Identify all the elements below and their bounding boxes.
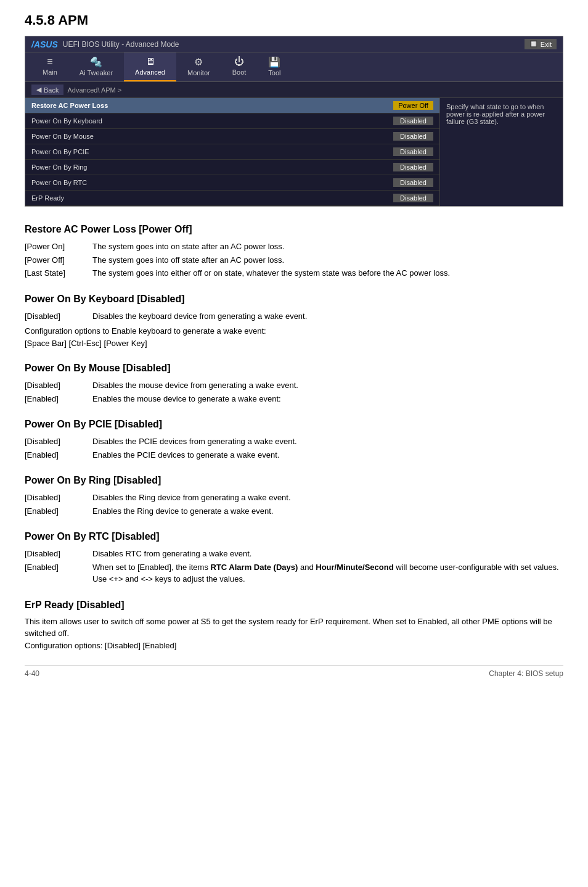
footer-right: Chapter 4: BIOS setup	[489, 669, 563, 678]
table-cell-label: [Enabled]	[25, 392, 92, 406]
bios-row-value[interactable]: Disabled	[393, 117, 433, 125]
table-cell-label: [Disabled]	[25, 310, 92, 323]
nav-boot[interactable]: ⏻ Boot	[221, 52, 258, 81]
table-cell-text: Enables the PCIE devices to generate a w…	[92, 448, 563, 462]
doc-sections: Restore AC Power Loss [Power Off][Power …	[25, 224, 563, 651]
nav-advanced[interactable]: 🖥 Advanced	[124, 52, 176, 81]
bios-row-value[interactable]: Disabled	[393, 178, 433, 187]
table-cell-text: Disables the Ring device from generating…	[92, 491, 563, 505]
bios-row-label: ErP Ready	[31, 194, 393, 202]
bios-header-left: /ASUS UEFI BIOS Utility - Advanced Mode	[31, 39, 179, 49]
doc-extra-erp: This item allows user to switch off some…	[25, 616, 563, 652]
bios-ui: /ASUS UEFI BIOS Utility - Advanced Mode …	[25, 36, 563, 207]
boot-icon: ⏻	[234, 56, 244, 67]
bios-row[interactable]: Power On By MouseDisabled	[25, 129, 439, 144]
table-cell-label: [Power On]	[25, 240, 92, 254]
doc-section-mouse: Power On By Mouse [Disabled][Disabled]Di…	[25, 363, 563, 405]
nav-monitor[interactable]: ⚙ Monitor	[176, 52, 221, 81]
bios-row-value[interactable]: Disabled	[393, 194, 433, 202]
table-row: [Disabled]Disables the Ring device from …	[25, 491, 563, 505]
bios-row[interactable]: Restore AC Power LossPower Off	[25, 98, 439, 113]
table-cell-label: [Disabled]	[25, 491, 92, 505]
table-cell-text: When set to [Enabled], the items RTC Ala…	[92, 561, 563, 586]
bios-row[interactable]: Power On By PCIEDisabled	[25, 144, 439, 160]
table-cell-label: [Enabled]	[25, 448, 92, 462]
bios-row-value[interactable]: Disabled	[393, 132, 433, 141]
exit-button[interactable]: 🔲 Exit	[525, 39, 557, 49]
bios-settings: Restore AC Power LossPower OffPower On B…	[25, 98, 439, 206]
bios-nav: ≡ Main 🔩 Ai Tweaker 🖥 Advanced ⚙ Monitor…	[25, 52, 563, 82]
advanced-icon: 🖥	[145, 56, 155, 67]
asus-logo: /ASUS	[31, 39, 58, 49]
table-row: [Power Off]The system goes into off stat…	[25, 254, 563, 267]
section-heading-restore-ac: Restore AC Power Loss [Power Off]	[25, 224, 563, 235]
bios-row-label: Restore AC Power Loss	[31, 102, 393, 109]
table-cell-text: Disables the mouse device from generatin…	[92, 379, 563, 392]
table-row: [Disabled]Disables the mouse device from…	[25, 379, 563, 392]
section-heading-mouse: Power On By Mouse [Disabled]	[25, 363, 563, 374]
table-cell-label: [Enabled]	[25, 505, 92, 518]
nav-ai-tweaker-label: Ai Tweaker	[80, 69, 113, 76]
table-cell-label: [Last State]	[25, 266, 92, 280]
section-heading-ring: Power On By Ring [Disabled]	[25, 475, 563, 486]
table-cell-text: Disables the PCIE devices from generatin…	[92, 435, 563, 448]
doc-table-ring: [Disabled]Disables the Ring device from …	[25, 491, 563, 518]
main-icon: ≡	[47, 56, 52, 67]
table-cell-text: Disables RTC from generating a wake even…	[92, 547, 563, 561]
monitor-icon: ⚙	[194, 56, 203, 68]
tool-icon: 💾	[268, 56, 280, 68]
bios-row-value[interactable]: Disabled	[393, 163, 433, 171]
nav-monitor-label: Monitor	[187, 69, 210, 76]
table-cell-label: [Power Off]	[25, 254, 92, 267]
bios-row[interactable]: Power On By RingDisabled	[25, 160, 439, 175]
breadcrumb-path: Advanced\ APM >	[67, 86, 121, 94]
bios-row-value[interactable]: Power Off	[393, 101, 433, 110]
table-cell-label: [Enabled]	[25, 561, 92, 586]
doc-table-mouse: [Disabled]Disables the mouse device from…	[25, 379, 563, 405]
table-cell-text: Disables the keyboard device from genera…	[92, 310, 563, 323]
nav-tool[interactable]: 💾 Tool	[257, 52, 292, 81]
nav-main-label: Main	[43, 68, 57, 76]
ai-tweaker-icon: 🔩	[90, 56, 102, 68]
nav-boot-label: Boot	[232, 68, 247, 76]
table-row: [Last State]The system goes into either …	[25, 266, 563, 280]
section-heading-erp: ErP Ready [Disabled]	[25, 600, 563, 611]
table-cell-text: The system goes into off state after an …	[92, 254, 563, 267]
doc-section-erp: ErP Ready [Disabled]This item allows use…	[25, 600, 563, 652]
bios-row[interactable]: Power On By KeyboardDisabled	[25, 113, 439, 129]
table-cell-text: The system goes into either off or on st…	[92, 266, 563, 280]
doc-section-restore-ac: Restore AC Power Loss [Power Off][Power …	[25, 224, 563, 280]
bios-row[interactable]: Power On By RTCDisabled	[25, 175, 439, 191]
back-button[interactable]: ◀ Back	[31, 85, 63, 95]
nav-ai-tweaker[interactable]: 🔩 Ai Tweaker	[68, 52, 124, 81]
doc-section-ring: Power On By Ring [Disabled][Disabled]Dis…	[25, 475, 563, 518]
bios-row-label: Power On By Mouse	[31, 133, 393, 140]
table-row: [Disabled]Disables the PCIE devices from…	[25, 435, 563, 448]
bios-help-text: Specify what state to go to when power i…	[439, 98, 563, 206]
doc-table-keyboard: [Disabled]Disables the keyboard device f…	[25, 310, 563, 323]
page-footer: 4-40 Chapter 4: BIOS setup	[25, 665, 563, 678]
exit-label: Exit	[541, 41, 552, 48]
footer-left: 4-40	[25, 669, 39, 678]
doc-table-restore-ac: [Power On]The system goes into on state …	[25, 240, 563, 280]
page-title: 4.5.8 APM	[25, 12, 563, 28]
nav-tool-label: Tool	[268, 69, 280, 76]
bios-row-value[interactable]: Disabled	[393, 147, 433, 156]
bios-body: Restore AC Power LossPower OffPower On B…	[25, 98, 563, 206]
exit-icon: 🔲	[529, 40, 538, 48]
bios-row-label: Power On By RTC	[31, 179, 393, 186]
nav-advanced-label: Advanced	[135, 68, 165, 76]
table-row: [Enabled]Enables the mouse device to gen…	[25, 392, 563, 406]
bios-row-label: Power On By PCIE	[31, 148, 393, 155]
doc-table-rtc: [Disabled]Disables RTC from generating a…	[25, 547, 563, 586]
nav-main[interactable]: ≡ Main	[31, 52, 68, 81]
table-row: [Disabled]Disables RTC from generating a…	[25, 547, 563, 561]
bios-row[interactable]: ErP ReadyDisabled	[25, 191, 439, 206]
doc-section-rtc: Power On By RTC [Disabled][Disabled]Disa…	[25, 531, 563, 586]
bios-row-label: Power On By Keyboard	[31, 117, 393, 125]
bios-row-label: Power On By Ring	[31, 163, 393, 171]
table-row: [Power On]The system goes into on state …	[25, 240, 563, 254]
table-row: [Enabled]When set to [Enabled], the item…	[25, 561, 563, 586]
back-arrow-icon: ◀	[36, 86, 41, 94]
section-heading-rtc: Power On By RTC [Disabled]	[25, 531, 563, 542]
